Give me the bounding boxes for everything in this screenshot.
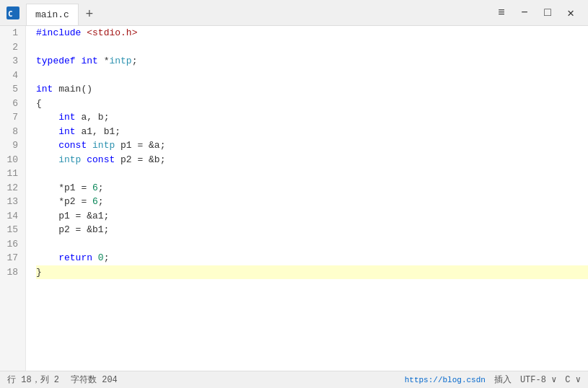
code-line: *p2 = 6; <box>36 195 588 209</box>
window-controls: ≡ − □ ✕ <box>484 0 588 25</box>
menu-button[interactable]: ≡ <box>490 1 513 25</box>
csdn-link[interactable]: https://blog.csdn <box>405 376 486 384</box>
code-line: } <box>36 265 588 280</box>
status-bar: 行 18，列 2 字符数 204 https://blog.csdn 插入 UT… <box>0 371 588 388</box>
line-number: 16 <box>4 237 18 252</box>
cursor-position: 行 18，列 2 <box>7 374 59 386</box>
code-line: int a1, b1; <box>36 125 588 139</box>
line-number: 9 <box>4 138 18 153</box>
line-number: 18 <box>4 265 18 280</box>
code-line: typedef int *intp; <box>36 54 588 69</box>
line-number: 1 <box>4 26 18 40</box>
language[interactable]: C ∨ <box>565 374 581 385</box>
code-line: p1 = &a1; <box>36 209 588 224</box>
line-number: 12 <box>4 181 18 195</box>
code-line: int main() <box>36 82 588 97</box>
code-line <box>36 237 588 252</box>
code-line <box>36 69 588 83</box>
insert-mode: 插入 <box>494 374 512 386</box>
line-number: 3 <box>4 54 18 69</box>
code-line: { <box>36 97 588 111</box>
tab-main-c[interactable]: main.c <box>26 4 79 25</box>
code-line: const intp p1 = &a; <box>36 138 588 153</box>
app-icon: C <box>0 0 26 26</box>
editor-container: 123456789101112131415161718 #include <st… <box>0 26 588 371</box>
code-line <box>36 40 588 55</box>
line-number: 4 <box>4 69 18 83</box>
close-button[interactable]: ✕ <box>559 1 582 25</box>
line-number: 2 <box>4 40 18 55</box>
code-line: intp const p2 = &b; <box>36 153 588 167</box>
encoding[interactable]: UTF-8 ∨ <box>520 374 556 385</box>
svg-text:C: C <box>8 9 13 19</box>
char-count: 字符数 204 <box>71 374 118 386</box>
line-number: 11 <box>4 167 18 181</box>
line-number: 17 <box>4 251 18 265</box>
status-right: https://blog.csdn 插入 UTF-8 ∨ C ∨ <box>405 374 581 386</box>
maximize-button[interactable]: □ <box>536 1 559 25</box>
line-numbers: 123456789101112131415161718 <box>0 26 26 371</box>
tab-label: main.c <box>35 9 69 20</box>
line-number: 14 <box>4 209 18 224</box>
line-number: 13 <box>4 195 18 209</box>
code-line <box>36 167 588 181</box>
tab-area: main.c + <box>26 0 484 25</box>
code-area[interactable]: #include <stdio.h>typedef int *intp;int … <box>26 26 588 371</box>
line-number: 6 <box>4 97 18 111</box>
minimize-button[interactable]: − <box>513 1 536 25</box>
line-number: 15 <box>4 223 18 237</box>
line-number: 10 <box>4 153 18 167</box>
add-tab-button[interactable]: + <box>79 4 100 25</box>
code-line: return 0; <box>36 251 588 265</box>
code-line: #include <stdio.h> <box>36 26 588 40</box>
code-line: *p1 = 6; <box>36 181 588 195</box>
line-number: 8 <box>4 125 18 139</box>
title-bar: C main.c + ≡ − □ ✕ <box>0 0 588 26</box>
line-number: 5 <box>4 82 18 97</box>
code-line: int a, b; <box>36 110 588 125</box>
line-number: 7 <box>4 110 18 125</box>
code-line: p2 = &b1; <box>36 223 588 237</box>
